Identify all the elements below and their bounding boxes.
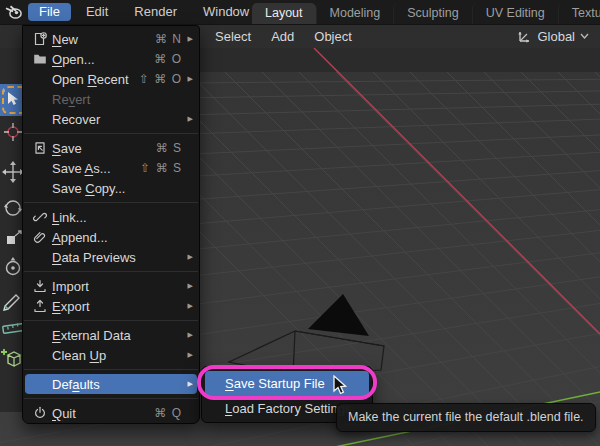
rotate-tool[interactable] xyxy=(0,196,22,224)
submenu-arrow-icon: ▶ xyxy=(182,380,193,388)
mouse-cursor xyxy=(333,375,349,396)
submenu-arrow-icon: ▶ xyxy=(182,331,193,339)
header-menu-object[interactable]: Object xyxy=(304,29,362,44)
menu-item-save-copy[interactable]: Save Copy... xyxy=(25,178,197,198)
menu-item-label: Open... xyxy=(52,52,95,67)
viewport-header-menus: SelectAddObject xyxy=(205,24,362,48)
transform-tool-icon xyxy=(0,255,22,285)
tab-texture-paint[interactable]: Texture Paint xyxy=(558,3,600,24)
tab-uv-editing[interactable]: UV Editing xyxy=(472,3,558,24)
annotate-tool[interactable] xyxy=(0,287,22,315)
menu-item-label: New xyxy=(52,32,78,47)
scale-tool-icon xyxy=(0,229,22,255)
menu-item-append[interactable]: Append... xyxy=(25,227,197,247)
menu-item-label: Clean Up xyxy=(52,348,106,363)
menu-item-label: Link... xyxy=(52,210,87,225)
export-icon xyxy=(28,299,52,313)
menu-item-data-previews[interactable]: Data Previews▶ xyxy=(25,247,197,267)
menu-item-shortcut: ⌘ O xyxy=(154,52,182,66)
folder-open-icon xyxy=(28,52,52,66)
header-menu-add[interactable]: Add xyxy=(261,29,304,44)
submenu-arrow-icon: ▶ xyxy=(182,75,193,83)
menu-item-new[interactable]: New⌘ N▶ xyxy=(25,29,197,49)
active-tool-annotation xyxy=(2,86,22,114)
menu-item-recover[interactable]: Recover▶ xyxy=(25,109,197,129)
menu-item-clean-up[interactable]: Clean Up▶ xyxy=(25,345,197,365)
menu-item-label: Open Recent xyxy=(52,72,129,87)
submenu-arrow-icon: ▶ xyxy=(182,351,193,359)
menu-item-label: Revert xyxy=(52,92,90,107)
blender-window: SelectAddObject Global FileEditRenderWin… xyxy=(0,0,600,446)
select-box-tool[interactable] xyxy=(0,84,22,116)
submenu-arrow-icon: ▶ xyxy=(182,115,193,123)
submenu-arrow-icon: ▶ xyxy=(182,282,193,290)
submenu-arrow-icon: ▶ xyxy=(182,253,193,261)
menu-item-label: Quit xyxy=(52,406,76,421)
file-menu: New⌘ N▶Open...⌘ OOpen Recent⇧ ⌘ O▶Revert… xyxy=(22,25,200,424)
menu-item-label: Append... xyxy=(52,230,108,245)
power-icon xyxy=(28,406,52,420)
menu-separator xyxy=(24,133,198,134)
menu-item-external-data[interactable]: External Data▶ xyxy=(25,325,197,345)
scale-tool[interactable] xyxy=(0,228,22,256)
menubar-item-edit[interactable]: Edit xyxy=(75,3,119,21)
menu-item-label: External Data xyxy=(52,328,131,343)
tab-sculpting[interactable]: Sculpting xyxy=(393,3,471,24)
annotation-ring xyxy=(197,365,377,400)
menu-item-label: Import xyxy=(52,279,89,294)
menubar-item-file[interactable]: File xyxy=(28,3,71,21)
add-cube-tool-icon xyxy=(0,346,22,376)
measure-tool[interactable] xyxy=(0,316,22,344)
submenu-arrow-icon: ▶ xyxy=(182,302,193,310)
menu-item-label: Export xyxy=(52,299,90,314)
rotate-tool-icon xyxy=(0,195,22,225)
menu-item-link[interactable]: Link... xyxy=(25,207,197,227)
transform-tool[interactable] xyxy=(0,256,22,284)
header-menu-select[interactable]: Select xyxy=(205,29,261,44)
menu-item-label: Save As... xyxy=(52,161,111,176)
tool-shelf xyxy=(0,48,22,412)
menu-item-open[interactable]: Open...⌘ O xyxy=(25,49,197,69)
menu-separator xyxy=(24,271,198,272)
menu-item-shortcut: ⇧ ⌘ S xyxy=(140,161,182,175)
menu-item-shortcut: ⌘ N xyxy=(155,32,182,46)
menu-item-save-as[interactable]: Save As...⇧ ⌘ S xyxy=(25,158,197,178)
tooltip-text: Make the current file the default .blend… xyxy=(348,410,584,424)
menu-separator xyxy=(24,320,198,321)
menu-item-label: Defaults xyxy=(52,377,100,392)
menu-item-label: Save Copy... xyxy=(52,181,125,196)
transform-orientation-icon xyxy=(517,29,532,44)
tab-modeling[interactable]: Modeling xyxy=(316,3,394,24)
annotate-tool-icon xyxy=(0,287,22,315)
menu-item-label: Save xyxy=(52,141,82,156)
add-cube-tool[interactable] xyxy=(0,347,22,375)
menu-separator xyxy=(24,398,198,399)
move-tool[interactable] xyxy=(0,160,22,188)
menubar-item-window[interactable]: Window xyxy=(192,3,260,21)
menu-item-label: Recover xyxy=(52,112,100,127)
move-tool-icon xyxy=(0,159,22,189)
save-icon xyxy=(28,141,52,155)
menu-item-shortcut: ⇧ ⌘ O xyxy=(139,72,182,86)
menu-item-revert: Revert xyxy=(25,89,197,109)
orientation-value: Global xyxy=(537,29,575,44)
tooltip: Make the current file the default .blend… xyxy=(336,403,596,432)
workspace-tabs: LayoutModelingSculptingUV EditingTexture… xyxy=(252,0,600,24)
blender-logo[interactable] xyxy=(0,0,26,24)
menubar-item-render[interactable]: Render xyxy=(123,3,188,21)
menu-item-defaults[interactable]: Defaults▶ xyxy=(25,374,197,394)
menu-item-export[interactable]: Export▶ xyxy=(25,296,197,316)
transform-orientation-dropdown[interactable]: Global xyxy=(511,26,595,46)
file-new-icon xyxy=(28,32,52,46)
menu-separator xyxy=(24,369,198,370)
menu-item-shortcut: ⌘ S xyxy=(156,141,182,155)
cursor-tool[interactable] xyxy=(0,120,22,148)
menu-item-quit[interactable]: Quit⌘ Q xyxy=(25,403,197,423)
menu-item-open-recent[interactable]: Open Recent⇧ ⌘ O▶ xyxy=(25,69,197,89)
menu-item-import[interactable]: Import▶ xyxy=(25,276,197,296)
menu-item-save[interactable]: Save⌘ S xyxy=(25,138,197,158)
paperclip-icon xyxy=(28,230,52,244)
submenu-arrow-icon: ▶ xyxy=(182,35,193,43)
tab-layout[interactable]: Layout xyxy=(252,3,316,24)
menu-item-label: Data Previews xyxy=(52,250,136,265)
